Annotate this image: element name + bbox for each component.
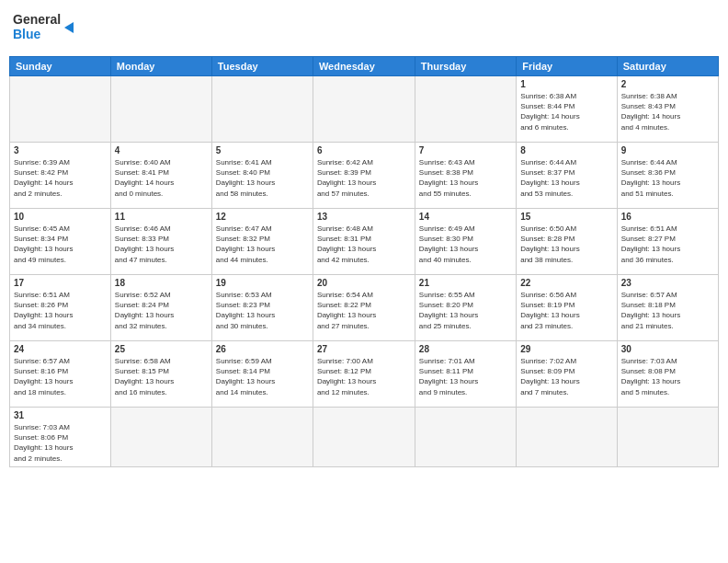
page-header: General Blue bbox=[9, 9, 719, 51]
calendar-cell bbox=[313, 76, 415, 143]
day-number: 26 bbox=[216, 344, 309, 354]
day-info: Sunrise: 6:50 AM Sunset: 8:28 PM Dayligh… bbox=[520, 224, 613, 265]
calendar-cell: 16Sunrise: 6:51 AM Sunset: 8:27 PM Dayli… bbox=[617, 209, 718, 275]
calendar-cell: 31Sunrise: 7:03 AM Sunset: 8:06 PM Dayli… bbox=[10, 408, 111, 467]
calendar-week-row: 17Sunrise: 6:51 AM Sunset: 8:26 PM Dayli… bbox=[10, 275, 719, 341]
calendar-week-row: 1Sunrise: 6:38 AM Sunset: 8:44 PM Daylig… bbox=[10, 76, 719, 143]
calendar-cell bbox=[110, 76, 211, 143]
day-info: Sunrise: 6:51 AM Sunset: 8:26 PM Dayligh… bbox=[14, 290, 107, 331]
day-info: Sunrise: 7:03 AM Sunset: 8:06 PM Dayligh… bbox=[14, 422, 107, 464]
day-number: 5 bbox=[216, 145, 309, 155]
calendar-cell: 21Sunrise: 6:55 AM Sunset: 8:20 PM Dayli… bbox=[415, 275, 516, 341]
day-info: Sunrise: 6:56 AM Sunset: 8:19 PM Dayligh… bbox=[520, 290, 613, 331]
calendar-cell: 9Sunrise: 6:44 AM Sunset: 8:36 PM Daylig… bbox=[617, 143, 718, 209]
day-number: 23 bbox=[621, 278, 714, 288]
calendar-cell: 17Sunrise: 6:51 AM Sunset: 8:26 PM Dayli… bbox=[10, 275, 111, 341]
calendar-cell: 23Sunrise: 6:57 AM Sunset: 8:18 PM Dayli… bbox=[617, 275, 718, 341]
calendar-cell: 11Sunrise: 6:46 AM Sunset: 8:33 PM Dayli… bbox=[110, 209, 211, 275]
day-info: Sunrise: 6:52 AM Sunset: 8:24 PM Dayligh… bbox=[115, 290, 208, 331]
calendar-cell: 4Sunrise: 6:40 AM Sunset: 8:41 PM Daylig… bbox=[110, 143, 211, 209]
day-info: Sunrise: 6:55 AM Sunset: 8:20 PM Dayligh… bbox=[419, 290, 512, 331]
day-number: 24 bbox=[14, 344, 107, 354]
day-info: Sunrise: 6:45 AM Sunset: 8:34 PM Dayligh… bbox=[14, 224, 107, 265]
day-info: Sunrise: 6:54 AM Sunset: 8:22 PM Dayligh… bbox=[317, 290, 411, 331]
calendar-cell: 25Sunrise: 6:58 AM Sunset: 8:15 PM Dayli… bbox=[110, 341, 211, 408]
day-info: Sunrise: 7:00 AM Sunset: 8:12 PM Dayligh… bbox=[317, 356, 411, 397]
logo-svg: General Blue bbox=[13, 9, 77, 51]
calendar-cell: 12Sunrise: 6:47 AM Sunset: 8:32 PM Dayli… bbox=[211, 209, 313, 275]
weekday-header-sunday: Sunday bbox=[10, 57, 111, 76]
day-number: 16 bbox=[621, 212, 714, 222]
calendar-cell bbox=[517, 408, 618, 467]
calendar-week-row: 31Sunrise: 7:03 AM Sunset: 8:06 PM Dayli… bbox=[10, 408, 719, 467]
day-info: Sunrise: 6:44 AM Sunset: 8:36 PM Dayligh… bbox=[621, 157, 714, 199]
calendar-cell bbox=[110, 408, 211, 467]
day-info: Sunrise: 6:42 AM Sunset: 8:39 PM Dayligh… bbox=[317, 157, 411, 199]
day-number: 10 bbox=[14, 212, 107, 222]
day-number: 18 bbox=[115, 278, 208, 288]
logo: General Blue bbox=[13, 9, 77, 51]
day-info: Sunrise: 6:47 AM Sunset: 8:32 PM Dayligh… bbox=[216, 224, 309, 265]
calendar-cell: 5Sunrise: 6:41 AM Sunset: 8:40 PM Daylig… bbox=[211, 143, 313, 209]
calendar-cell bbox=[415, 408, 516, 467]
calendar-cell: 3Sunrise: 6:39 AM Sunset: 8:42 PM Daylig… bbox=[10, 143, 111, 209]
day-number: 30 bbox=[621, 344, 714, 354]
svg-text:General: General bbox=[13, 12, 61, 27]
day-info: Sunrise: 6:58 AM Sunset: 8:15 PM Dayligh… bbox=[115, 356, 208, 397]
day-info: Sunrise: 6:49 AM Sunset: 8:30 PM Dayligh… bbox=[419, 224, 512, 265]
day-number: 31 bbox=[14, 410, 107, 420]
calendar-cell: 24Sunrise: 6:57 AM Sunset: 8:16 PM Dayli… bbox=[10, 341, 111, 408]
calendar-cell: 30Sunrise: 7:03 AM Sunset: 8:08 PM Dayli… bbox=[617, 341, 718, 408]
day-number: 27 bbox=[317, 344, 411, 354]
day-info: Sunrise: 6:57 AM Sunset: 8:18 PM Dayligh… bbox=[621, 290, 714, 331]
day-number: 25 bbox=[115, 344, 208, 354]
day-number: 11 bbox=[115, 212, 208, 222]
day-number: 14 bbox=[419, 212, 512, 222]
weekday-header-tuesday: Tuesday bbox=[211, 57, 313, 76]
svg-text:Blue: Blue bbox=[13, 27, 41, 41]
calendar-cell: 26Sunrise: 6:59 AM Sunset: 8:14 PM Dayli… bbox=[211, 341, 313, 408]
weekday-header-friday: Friday bbox=[517, 57, 618, 76]
day-info: Sunrise: 6:39 AM Sunset: 8:42 PM Dayligh… bbox=[14, 157, 107, 199]
day-number: 28 bbox=[419, 344, 512, 354]
day-number: 9 bbox=[621, 145, 714, 155]
day-info: Sunrise: 6:38 AM Sunset: 8:44 PM Dayligh… bbox=[520, 91, 613, 132]
svg-marker-2 bbox=[64, 22, 74, 33]
day-number: 15 bbox=[520, 212, 613, 222]
calendar-cell: 8Sunrise: 6:44 AM Sunset: 8:37 PM Daylig… bbox=[517, 143, 618, 209]
calendar-cell: 15Sunrise: 6:50 AM Sunset: 8:28 PM Dayli… bbox=[517, 209, 618, 275]
calendar-week-row: 3Sunrise: 6:39 AM Sunset: 8:42 PM Daylig… bbox=[10, 143, 719, 209]
calendar-cell: 1Sunrise: 6:38 AM Sunset: 8:44 PM Daylig… bbox=[517, 76, 618, 143]
weekday-header-wednesday: Wednesday bbox=[313, 57, 415, 76]
calendar-week-row: 24Sunrise: 6:57 AM Sunset: 8:16 PM Dayli… bbox=[10, 341, 719, 408]
calendar-cell bbox=[211, 76, 313, 143]
calendar-cell: 10Sunrise: 6:45 AM Sunset: 8:34 PM Dayli… bbox=[10, 209, 111, 275]
day-info: Sunrise: 6:53 AM Sunset: 8:23 PM Dayligh… bbox=[216, 290, 309, 331]
calendar-cell bbox=[10, 76, 111, 143]
day-number: 3 bbox=[14, 145, 107, 155]
calendar-cell: 20Sunrise: 6:54 AM Sunset: 8:22 PM Dayli… bbox=[313, 275, 415, 341]
day-info: Sunrise: 6:40 AM Sunset: 8:41 PM Dayligh… bbox=[115, 157, 208, 199]
day-number: 6 bbox=[317, 145, 411, 155]
day-number: 4 bbox=[115, 145, 208, 155]
calendar: SundayMondayTuesdayWednesdayThursdayFrid… bbox=[9, 56, 719, 467]
calendar-cell: 28Sunrise: 7:01 AM Sunset: 8:11 PM Dayli… bbox=[415, 341, 516, 408]
calendar-cell bbox=[415, 76, 516, 143]
day-number: 2 bbox=[621, 79, 714, 89]
calendar-cell: 14Sunrise: 6:49 AM Sunset: 8:30 PM Dayli… bbox=[415, 209, 516, 275]
weekday-header-monday: Monday bbox=[110, 57, 211, 76]
calendar-cell bbox=[211, 408, 313, 467]
weekday-header-thursday: Thursday bbox=[415, 57, 516, 76]
calendar-cell: 6Sunrise: 6:42 AM Sunset: 8:39 PM Daylig… bbox=[313, 143, 415, 209]
day-info: Sunrise: 6:51 AM Sunset: 8:27 PM Dayligh… bbox=[621, 224, 714, 265]
calendar-week-row: 10Sunrise: 6:45 AM Sunset: 8:34 PM Dayli… bbox=[10, 209, 719, 275]
day-number: 12 bbox=[216, 212, 309, 222]
calendar-cell: 27Sunrise: 7:00 AM Sunset: 8:12 PM Dayli… bbox=[313, 341, 415, 408]
weekday-header-row: SundayMondayTuesdayWednesdayThursdayFrid… bbox=[10, 57, 719, 76]
day-info: Sunrise: 6:59 AM Sunset: 8:14 PM Dayligh… bbox=[216, 356, 309, 397]
day-info: Sunrise: 6:57 AM Sunset: 8:16 PM Dayligh… bbox=[14, 356, 107, 397]
calendar-cell: 19Sunrise: 6:53 AM Sunset: 8:23 PM Dayli… bbox=[211, 275, 313, 341]
day-info: Sunrise: 6:46 AM Sunset: 8:33 PM Dayligh… bbox=[115, 224, 208, 265]
day-info: Sunrise: 6:44 AM Sunset: 8:37 PM Dayligh… bbox=[520, 157, 613, 199]
day-info: Sunrise: 6:48 AM Sunset: 8:31 PM Dayligh… bbox=[317, 224, 411, 265]
